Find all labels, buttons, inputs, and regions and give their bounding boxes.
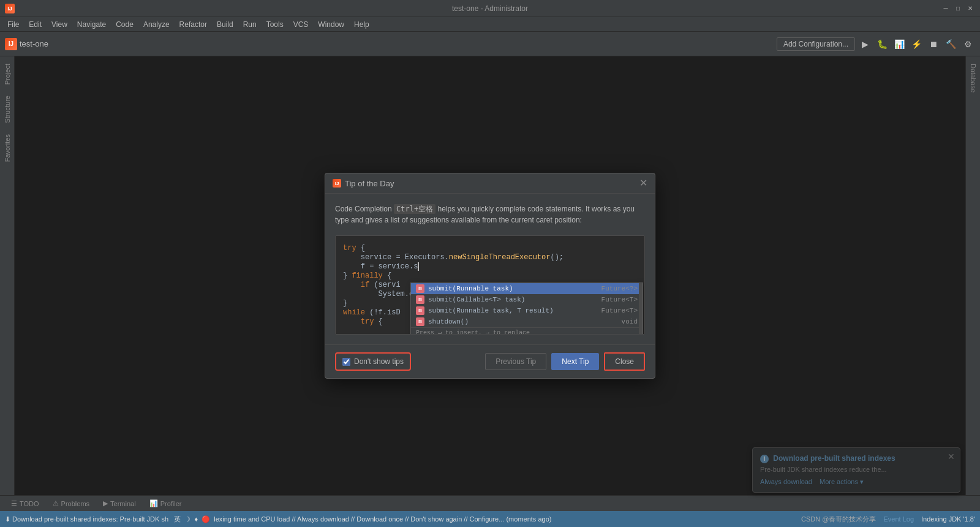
dialog-close-icon-button[interactable]: ✕ bbox=[639, 178, 647, 188]
window-controls: ─ □ ✕ bbox=[941, 4, 975, 13]
debug-button[interactable]: 🐛 bbox=[875, 37, 889, 51]
window-title: test-one - Administrator bbox=[452, 4, 528, 13]
tab-profiler-label: Profiler bbox=[160, 500, 182, 507]
menu-build[interactable]: Build bbox=[212, 19, 238, 30]
menu-edit[interactable]: Edit bbox=[24, 19, 47, 30]
ac-text-4: shutdown() bbox=[428, 318, 469, 325]
code-line-4: } finally { bbox=[343, 271, 637, 280]
profiler-icon: 📊 bbox=[149, 499, 158, 507]
ac-item-2[interactable]: m submit(Callable<T> task) Future<T> bbox=[411, 294, 643, 305]
sidebar-tab-favorites[interactable]: Favorites bbox=[1, 129, 13, 167]
toolbar: IJ test-one Add Configuration... ▶ 🐛 📊 ⚡… bbox=[0, 32, 980, 56]
next-tip-button[interactable]: Next Tip bbox=[551, 353, 599, 370]
menu-analyze[interactable]: Analyze bbox=[138, 19, 175, 30]
menu-file[interactable]: File bbox=[2, 19, 24, 30]
tab-profiler[interactable]: 📊 Profiler bbox=[143, 498, 188, 509]
dialog-footer: Don't show tips Previous Tip Next Tip Cl… bbox=[325, 344, 655, 378]
ac-item-4[interactable]: m shutdown() void bbox=[411, 316, 643, 327]
event-log-label[interactable]: Event Log bbox=[883, 515, 914, 523]
ac-scrollbar[interactable] bbox=[639, 283, 643, 335]
menu-view[interactable]: View bbox=[47, 19, 72, 30]
code-line-1: try { bbox=[343, 244, 637, 252]
menu-navigate[interactable]: Navigate bbox=[72, 19, 111, 30]
menu-refactor[interactable]: Refactor bbox=[175, 19, 212, 30]
dialog-overlay: IJ Tip of the Day ✕ Code Completion Ctrl… bbox=[15, 56, 965, 495]
ac-icon-3: m bbox=[416, 306, 424, 315]
code-example: try { service = Executors.newSingleThrea… bbox=[335, 235, 645, 335]
menu-code[interactable]: Code bbox=[111, 19, 138, 30]
status-bar: ⬇ Download pre-built shared indexes: Pre… bbox=[0, 511, 980, 527]
footer-buttons: Previous Tip Next Tip Close bbox=[485, 352, 645, 371]
ac-text-2: submit(Callable<T> task) bbox=[428, 296, 525, 303]
sidebar-tab-structure[interactable]: Structure bbox=[1, 91, 13, 128]
code-line-3: f = service.s bbox=[343, 262, 637, 271]
dialog-title: Tip of the Day bbox=[345, 179, 394, 188]
right-sidebar: Database bbox=[965, 56, 980, 495]
desc-part1: Code Completion bbox=[335, 205, 394, 213]
maximize-button[interactable]: □ bbox=[953, 4, 963, 13]
main-area: Project Structure Favorites IJ Tip of th… bbox=[0, 56, 980, 495]
menu-tools[interactable]: Tools bbox=[262, 19, 288, 30]
tab-problems-label: Problems bbox=[61, 500, 89, 507]
ac-hint: Press ↵ to insert, → to replace bbox=[411, 327, 643, 335]
app-logo: IJ bbox=[5, 4, 15, 13]
menu-vcs[interactable]: VCS bbox=[288, 19, 314, 30]
csdn-label: CSDN @春哥的技术分享 bbox=[801, 515, 876, 524]
tip-dialog: IJ Tip of the Day ✕ Code Completion Ctrl… bbox=[325, 173, 655, 379]
status-left: ⬇ Download pre-built shared indexes: Pre… bbox=[5, 515, 796, 524]
code-line-2: service = Executors.newSingleThreadExecu… bbox=[343, 253, 637, 262]
close-button[interactable]: ✕ bbox=[965, 4, 975, 13]
toolbar-logo: IJ bbox=[5, 38, 17, 50]
ac-icon-2: m bbox=[416, 295, 424, 304]
sidebar-tab-database[interactable]: Database bbox=[967, 59, 979, 97]
ac-item-3[interactable]: m submit(Runnable task, T result) Future… bbox=[411, 305, 643, 316]
dont-show-checkbox[interactable] bbox=[342, 358, 350, 366]
minimize-button[interactable]: ─ bbox=[941, 4, 951, 13]
menu-window[interactable]: Window bbox=[313, 19, 349, 30]
close-dialog-button[interactable]: Close bbox=[604, 352, 645, 371]
menu-bar: File Edit View Navigate Code Analyze Ref… bbox=[0, 17, 980, 32]
ac-type-1: Future<?> bbox=[601, 285, 638, 292]
dialog-body: Code Completion Ctrl+空格 helps you quickl… bbox=[325, 194, 655, 344]
settings-button[interactable]: ⚙ bbox=[960, 37, 975, 51]
build-button[interactable]: 🔨 bbox=[943, 37, 958, 51]
coverage-button[interactable]: 📊 bbox=[892, 37, 907, 51]
problems-icon: ⚠ bbox=[53, 499, 59, 507]
ac-text-1: submit(Runnable task) bbox=[428, 285, 513, 292]
project-name: test-one bbox=[20, 39, 48, 48]
dialog-logo: IJ bbox=[333, 179, 341, 188]
ac-icon-4: m bbox=[416, 317, 424, 326]
status-right: CSDN @春哥的技术分享 Event Log Indexing JDK '1.… bbox=[801, 515, 975, 524]
tab-terminal[interactable]: ▶ Terminal bbox=[97, 498, 142, 509]
run-button[interactable]: ▶ bbox=[858, 37, 872, 51]
tab-todo[interactable]: ☰ TODO bbox=[5, 498, 45, 509]
terminal-icon: ▶ bbox=[103, 499, 108, 507]
status-message: ⬇ Download pre-built shared indexes: Pre… bbox=[5, 515, 551, 523]
desc-hotkey: Ctrl+空格 bbox=[394, 204, 435, 214]
ac-type-4: void bbox=[622, 318, 638, 325]
dont-show-label[interactable]: Don't show tips bbox=[354, 357, 404, 366]
todo-icon: ☰ bbox=[11, 499, 17, 507]
menu-help[interactable]: Help bbox=[349, 19, 374, 30]
menu-run[interactable]: Run bbox=[238, 19, 262, 30]
dialog-header: IJ Tip of the Day ✕ bbox=[325, 173, 655, 194]
tab-terminal-label: Terminal bbox=[110, 500, 136, 507]
previous-tip-button[interactable]: Previous Tip bbox=[485, 353, 546, 370]
ac-type-2: Future<T> bbox=[601, 296, 638, 303]
ac-text-3: submit(Runnable task, T result) bbox=[428, 307, 554, 314]
editor-area[interactable]: IJ Tip of the Day ✕ Code Completion Ctrl… bbox=[15, 56, 965, 495]
stop-button[interactable]: ⏹ bbox=[926, 37, 941, 51]
left-sidebar: Project Structure Favorites bbox=[0, 56, 15, 495]
tab-problems[interactable]: ⚠ Problems bbox=[47, 498, 96, 509]
add-configuration-button[interactable]: Add Configuration... bbox=[777, 37, 855, 51]
profile-button[interactable]: ⚡ bbox=[909, 37, 924, 51]
tab-todo-label: TODO bbox=[20, 500, 39, 507]
sidebar-tab-project[interactable]: Project bbox=[1, 59, 13, 89]
bottom-tabs-bar: ☰ TODO ⚠ Problems ▶ Terminal 📊 Profiler bbox=[0, 495, 980, 511]
tip-description: Code Completion Ctrl+空格 helps you quickl… bbox=[335, 203, 645, 226]
title-bar: IJ test-one - Administrator ─ □ ✕ bbox=[0, 0, 980, 17]
ac-item-1[interactable]: m submit(Runnable task) Future<?> bbox=[411, 283, 643, 294]
indexing-label: Indexing JDK '1.8' bbox=[921, 515, 975, 523]
ac-icon-1: m bbox=[416, 284, 424, 293]
autocomplete-dropdown[interactable]: m submit(Runnable task) Future<?> m subm… bbox=[410, 282, 643, 335]
